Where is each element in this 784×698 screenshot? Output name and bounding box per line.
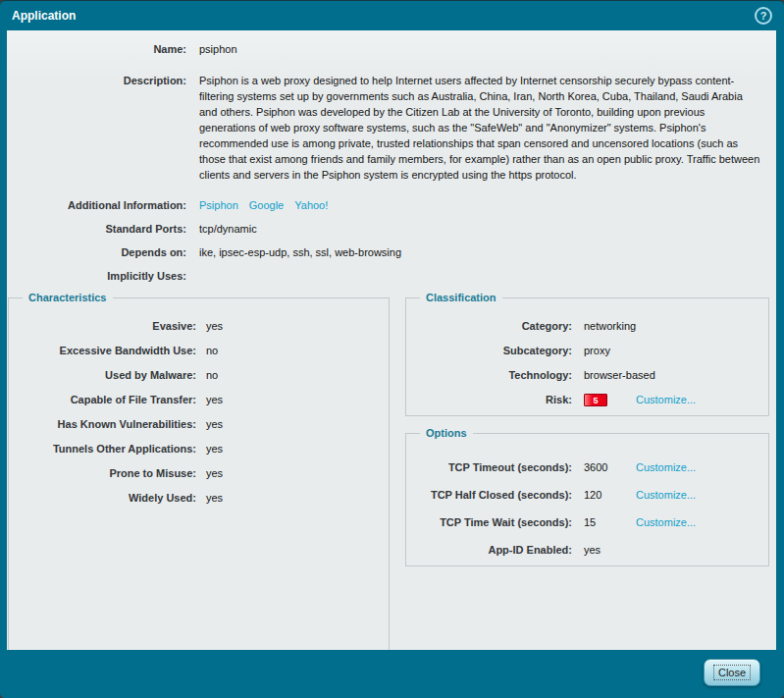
option-row: TCP Time Wait (seconds): 15 Customize...	[406, 515, 768, 543]
tcp-half-closed-value: 120	[584, 488, 636, 515]
classification-row-risk: Risk: 5 Customize...	[406, 393, 768, 417]
widely-used-value: yes	[206, 491, 223, 515]
close-button[interactable]: Close	[704, 659, 760, 686]
technology-value: browser-based	[584, 368, 636, 393]
characteristic-row: Has Known Vulnerabilities: yes	[9, 417, 389, 442]
option-row: TCP Half Closed (seconds): 120 Customize…	[406, 488, 768, 515]
tunnels-other-apps-value: yes	[206, 442, 223, 466]
app-id-enabled-value: yes	[584, 543, 636, 570]
standard-ports-label: Standard Ports:	[7, 221, 186, 238]
prone-to-misuse-label: Prone to Misuse:	[9, 466, 196, 491]
prone-to-misuse-value: yes	[206, 466, 223, 491]
known-vulnerabilities-value: yes	[206, 417, 223, 442]
risk-value-slot: 5	[584, 393, 636, 417]
application-dialog: Application ? Name: psiphon Description:…	[0, 0, 784, 698]
implicitly-uses-value	[199, 268, 776, 285]
description-label: Description:	[7, 73, 186, 183]
characteristics-fieldset: Characteristics Evasive: yes Excessive B…	[8, 292, 390, 650]
tcp-time-wait-value: 15	[584, 515, 636, 543]
risk-level-badge: 5	[584, 394, 607, 406]
tcp-half-closed-customize-link[interactable]: Customize...	[636, 488, 696, 515]
classification-row: Technology: browser-based	[406, 368, 768, 393]
depends-on-value: ike, ipsec-esp-udp, ssh, ssl, web-browsi…	[199, 244, 776, 261]
classification-row: Subcategory: proxy	[406, 344, 768, 368]
option-row: TCP Timeout (seconds): 3600 Customize...	[406, 460, 768, 488]
characteristic-row: Tunnels Other Applications: yes	[9, 442, 389, 466]
excessive-bandwidth-value: no	[206, 344, 218, 368]
field-row-description: Description: Psiphon is a web proxy desi…	[7, 73, 776, 183]
yahoo-link[interactable]: Yahoo!	[294, 197, 328, 214]
known-vulnerabilities-label: Has Known Vulnerabilities:	[9, 417, 196, 442]
name-label: Name:	[7, 41, 186, 58]
risk-customize-link[interactable]: Customize...	[636, 393, 696, 417]
additional-information-links: Psiphon Google Yahoo!	[199, 197, 776, 214]
file-transfer-value: yes	[206, 393, 223, 417]
field-row-standard-ports: Standard Ports: tcp/dynamic	[7, 221, 776, 238]
used-by-malware-label: Used by Malware:	[9, 368, 196, 393]
question-mark-icon: ?	[760, 10, 767, 22]
footer-bar: Close	[0, 650, 784, 698]
risk-label: Risk:	[406, 393, 572, 417]
used-by-malware-value: no	[206, 368, 218, 393]
tcp-timeout-value: 3600	[584, 460, 636, 488]
characteristics-legend: Characteristics	[23, 292, 113, 303]
options-fieldset: Options TCP Timeout (seconds): 3600 Cust…	[405, 427, 769, 566]
help-button[interactable]: ?	[755, 7, 772, 25]
tcp-timeout-customize-link[interactable]: Customize...	[636, 460, 696, 488]
classification-legend: Classification	[420, 292, 502, 303]
characteristic-row: Evasive: yes	[9, 319, 389, 344]
option-row: App-ID Enabled: yes	[406, 543, 768, 570]
dialog-title: Application	[12, 9, 76, 23]
app-id-enabled-label: App-ID Enabled:	[406, 543, 572, 570]
subcategory-value: proxy	[584, 344, 636, 368]
tcp-time-wait-label: TCP Time Wait (seconds):	[406, 515, 572, 543]
description-value: Psiphon is a web proxy designed to help …	[199, 73, 776, 183]
additional-information-label: Additional Information:	[7, 197, 186, 214]
tcp-half-closed-label: TCP Half Closed (seconds):	[406, 488, 572, 515]
characteristic-row: Used by Malware: no	[9, 368, 389, 393]
standard-ports-value: tcp/dynamic	[199, 221, 776, 238]
titlebar: Application ?	[0, 1, 784, 30]
category-label: Category:	[406, 319, 572, 344]
category-value: networking	[584, 319, 636, 344]
google-link[interactable]: Google	[249, 197, 284, 214]
classification-row: Category: networking	[406, 319, 768, 344]
characteristic-row: Excessive Bandwidth Use: no	[9, 344, 389, 368]
field-row-additional-information: Additional Information: Psiphon Google Y…	[7, 197, 776, 214]
lower-columns: Characteristics Evasive: yes Excessive B…	[7, 292, 776, 650]
right-column: Classification Category: networking Subc…	[405, 292, 769, 650]
subcategory-label: Subcategory:	[406, 344, 572, 368]
psiphon-link[interactable]: Psiphon	[199, 197, 238, 214]
options-legend: Options	[420, 427, 473, 439]
field-row-implicitly-uses: Implicitly Uses:	[7, 268, 776, 285]
field-row-depends-on: Depends on: ike, ipsec-esp-udp, ssh, ssl…	[7, 244, 776, 261]
technology-label: Technology:	[406, 368, 572, 393]
dialog-content: Name: psiphon Description: Psiphon is a …	[7, 30, 776, 650]
close-button-label: Close	[713, 665, 751, 680]
tcp-timeout-label: TCP Timeout (seconds):	[406, 460, 572, 488]
field-row-name: Name: psiphon	[7, 41, 776, 58]
excessive-bandwidth-label: Excessive Bandwidth Use:	[9, 344, 196, 368]
depends-on-label: Depends on:	[7, 244, 186, 261]
file-transfer-label: Capable of File Transfer:	[9, 393, 196, 417]
evasive-label: Evasive:	[9, 319, 196, 344]
characteristic-row: Capable of File Transfer: yes	[9, 393, 389, 417]
characteristic-row: Prone to Misuse: yes	[9, 466, 389, 491]
implicitly-uses-label: Implicitly Uses:	[7, 268, 186, 285]
evasive-value: yes	[206, 319, 223, 344]
classification-fieldset: Classification Category: networking Subc…	[405, 292, 769, 416]
name-value: psiphon	[199, 41, 776, 58]
characteristic-row: Widely Used: yes	[9, 491, 389, 515]
widely-used-label: Widely Used:	[9, 491, 196, 515]
tcp-time-wait-customize-link[interactable]: Customize...	[636, 515, 696, 543]
tunnels-other-apps-label: Tunnels Other Applications:	[9, 442, 196, 466]
